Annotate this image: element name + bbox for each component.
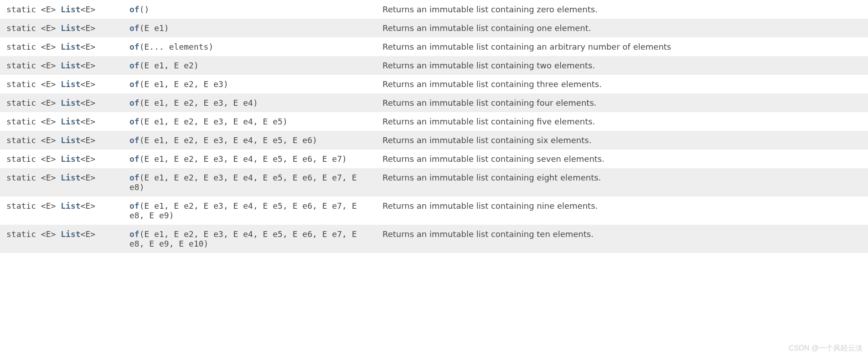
- return-type-link[interactable]: List: [61, 61, 80, 70]
- return-type-link[interactable]: List: [61, 173, 80, 182]
- method-description: Returns an immutable list containing thr…: [376, 75, 868, 93]
- method-signature: of(E e1, E e2, E e3, E e4, E e5, E e6): [123, 131, 376, 150]
- modifier-text: static <E>: [6, 42, 61, 52]
- return-type-link[interactable]: List: [61, 79, 80, 89]
- table-row: static <E> List<E>of(E e1, E e2, E e3, E…: [0, 150, 868, 168]
- modifier-and-type: static <E> List<E>: [0, 168, 123, 196]
- method-name-link[interactable]: of: [129, 23, 140, 33]
- return-type-suffix: <E>: [81, 229, 96, 239]
- return-type-link[interactable]: List: [61, 154, 80, 164]
- return-type-link[interactable]: List: [61, 229, 80, 239]
- method-description: Returns an immutable list containing ten…: [376, 225, 868, 253]
- method-description: Returns an immutable list containing two…: [376, 56, 868, 75]
- method-name-link[interactable]: of: [129, 201, 140, 211]
- method-params: (E... elements): [140, 42, 214, 52]
- return-type-link[interactable]: List: [61, 135, 80, 145]
- modifier-text: static <E>: [6, 117, 61, 126]
- return-type-suffix: <E>: [81, 23, 96, 33]
- method-params: (E e1, E e2, E e3, E e4): [140, 98, 258, 108]
- modifier-and-type: static <E> List<E>: [0, 150, 123, 168]
- return-type-link[interactable]: List: [61, 98, 80, 108]
- method-name-link[interactable]: of: [129, 42, 140, 52]
- method-params: (E e1): [140, 23, 169, 33]
- table-row: static <E> List<E>of()Returns an immutab…: [0, 0, 868, 19]
- return-type-link[interactable]: List: [61, 23, 80, 33]
- modifier-text: static <E>: [6, 5, 61, 14]
- method-params: (E e1, E e2, E e3): [140, 79, 228, 89]
- modifier-text: static <E>: [6, 79, 61, 89]
- modifier-text: static <E>: [6, 229, 61, 239]
- return-type-suffix: <E>: [81, 135, 96, 145]
- return-type-suffix: <E>: [81, 201, 96, 211]
- modifier-text: static <E>: [6, 23, 61, 33]
- method-params: (E e1, E e2, E e3, E e4, E e5, E e6, E e…: [129, 201, 357, 220]
- method-signature: of(E e1, E e2, E e3, E e4, E e5, E e6, E…: [123, 196, 376, 225]
- method-description: Returns an immutable list containing eig…: [376, 168, 868, 196]
- method-description: Returns an immutable list containing one…: [376, 19, 868, 37]
- method-description: Returns an immutable list containing sev…: [376, 150, 868, 168]
- table-row: static <E> List<E>of(E e1)Returns an imm…: [0, 19, 868, 37]
- modifier-and-type: static <E> List<E>: [0, 93, 123, 112]
- modifier-and-type: static <E> List<E>: [0, 37, 123, 56]
- method-name-link[interactable]: of: [129, 79, 140, 89]
- return-type-suffix: <E>: [81, 117, 96, 126]
- method-params: (E e1, E e2, E e3, E e4, E e5, E e6, E e…: [129, 173, 357, 192]
- method-name-link[interactable]: of: [129, 229, 140, 239]
- method-signature: of(E e1, E e2, E e3): [123, 75, 376, 93]
- return-type-suffix: <E>: [81, 154, 96, 164]
- table-row: static <E> List<E>of(E... elements)Retur…: [0, 37, 868, 56]
- method-params: (): [140, 5, 150, 14]
- method-params: (E e1, E e2): [140, 61, 199, 70]
- return-type-suffix: <E>: [81, 173, 96, 182]
- table-row: static <E> List<E>of(E e1, E e2)Returns …: [0, 56, 868, 75]
- method-signature: of(E e1, E e2, E e3, E e4, E e5, E e6, E…: [123, 168, 376, 196]
- method-name-link[interactable]: of: [129, 135, 140, 145]
- method-params: (E e1, E e2, E e3, E e4, E e5, E e6): [140, 135, 317, 145]
- modifier-text: static <E>: [6, 61, 61, 70]
- modifier-and-type: static <E> List<E>: [0, 0, 123, 19]
- method-params: (E e1, E e2, E e3, E e4, E e5, E e6, E e…: [129, 229, 357, 248]
- modifier-and-type: static <E> List<E>: [0, 196, 123, 225]
- table-row: static <E> List<E>of(E e1, E e2, E e3, E…: [0, 131, 868, 150]
- return-type-suffix: <E>: [81, 79, 96, 89]
- method-description: Returns an immutable list containing six…: [376, 131, 868, 150]
- method-signature: of(): [123, 0, 376, 19]
- method-description: Returns an immutable list containing fou…: [376, 93, 868, 112]
- method-signature: of(E... elements): [123, 37, 376, 56]
- method-signature: of(E e1, E e2, E e3, E e4, E e5, E e6, E…: [123, 225, 376, 253]
- method-summary-table: static <E> List<E>of()Returns an immutab…: [0, 0, 868, 253]
- table-row: static <E> List<E>of(E e1, E e2, E e3, E…: [0, 196, 868, 225]
- table-row: static <E> List<E>of(E e1, E e2, E e3, E…: [0, 112, 868, 131]
- method-signature: of(E e1, E e2): [123, 56, 376, 75]
- method-signature: of(E e1, E e2, E e3, E e4, E e5, E e6, E…: [123, 150, 376, 168]
- modifier-and-type: static <E> List<E>: [0, 225, 123, 253]
- method-description: Returns an immutable list containing nin…: [376, 196, 868, 225]
- method-description: Returns an immutable list containing zer…: [376, 0, 868, 19]
- method-name-link[interactable]: of: [129, 117, 140, 126]
- method-signature: of(E e1, E e2, E e3, E e4): [123, 93, 376, 112]
- modifier-text: static <E>: [6, 135, 61, 145]
- return-type-suffix: <E>: [81, 42, 96, 52]
- modifier-and-type: static <E> List<E>: [0, 131, 123, 150]
- method-params: (E e1, E e2, E e3, E e4, E e5, E e6, E e…: [140, 154, 347, 164]
- method-name-link[interactable]: of: [129, 173, 140, 182]
- method-params: (E e1, E e2, E e3, E e4, E e5): [140, 117, 288, 126]
- return-type-link[interactable]: List: [61, 117, 80, 126]
- method-name-link[interactable]: of: [129, 154, 140, 164]
- table-row: static <E> List<E>of(E e1, E e2, E e3)Re…: [0, 75, 868, 93]
- return-type-link[interactable]: List: [61, 5, 80, 14]
- table-row: static <E> List<E>of(E e1, E e2, E e3, E…: [0, 225, 868, 253]
- method-name-link[interactable]: of: [129, 98, 140, 108]
- return-type-link[interactable]: List: [61, 201, 80, 211]
- method-signature: of(E e1, E e2, E e3, E e4, E e5): [123, 112, 376, 131]
- modifier-and-type: static <E> List<E>: [0, 19, 123, 37]
- method-signature: of(E e1): [123, 19, 376, 37]
- modifier-text: static <E>: [6, 173, 61, 182]
- return-type-link[interactable]: List: [61, 42, 80, 52]
- modifier-text: static <E>: [6, 201, 61, 211]
- table-row: static <E> List<E>of(E e1, E e2, E e3, E…: [0, 168, 868, 196]
- method-name-link[interactable]: of: [129, 61, 140, 70]
- method-name-link[interactable]: of: [129, 5, 140, 14]
- modifier-and-type: static <E> List<E>: [0, 56, 123, 75]
- return-type-suffix: <E>: [81, 5, 96, 14]
